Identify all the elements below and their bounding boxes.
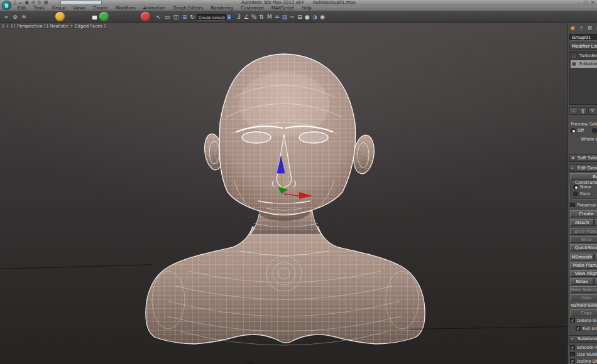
delete-isolated-checkbox[interactable] [570,318,575,323]
select-and-rotate-icon[interactable]: ↻ [189,13,196,21]
preserve-uvs-checkbox[interactable] [570,203,575,208]
attach-settings-button[interactable] [594,219,597,226]
preview-selection-label: Preview Selection [571,122,597,127]
tab-modify[interactable]: ◔ [578,24,584,31]
main-toolbar: ∞ ⊘ ≋ ↖ ▭ ◫ ⊞ ↻ Create Selection Set ▾ 3… [0,11,597,23]
overlay-yellow-circle-icon[interactable] [55,12,65,21]
rollout-edit-geometry[interactable]: Edit Geometry [569,164,597,172]
select-and-link-icon[interactable]: ∞ [3,13,10,21]
menu-help[interactable]: Help [298,6,315,11]
attach-button[interactable]: Attach [570,219,594,226]
slice-plane-button[interactable]: Slice Plane [570,228,597,235]
preview-off-radio[interactable] [571,128,576,133]
rollout-subdivision-surface[interactable]: Subdivision Surface [569,335,597,343]
curve-editor-icon[interactable]: ~ [288,13,296,21]
product-name: Autodesk 3ds Max 2013 x64 [241,0,304,5]
relax-settings-button[interactable] [594,278,597,285]
new-file-icon[interactable]: ▯ [14,0,16,6]
angle-snap-icon[interactable]: ∠ [243,13,250,21]
3ds-max-logo-icon[interactable]: s [2,1,11,10]
modifier-list-dropdown[interactable]: Modifier List [569,43,597,50]
spinner-snap-icon[interactable]: ⇅ [258,13,265,21]
make-unique-icon[interactable]: Y [588,107,596,115]
select-by-name-icon[interactable]: ⊞ [181,13,189,21]
material-editor-icon[interactable]: ● [304,13,311,21]
viewport-label[interactable]: [ + ] [ Perspective ] [ Realistic + Edge… [3,24,106,29]
constraint-face-radio[interactable] [573,191,578,196]
menu-graph-editors[interactable]: Graph Editors [169,6,207,11]
named-selection-set-field[interactable]: Create Selection Set [197,14,226,21]
menu-create[interactable]: Create [89,6,111,11]
minimize-button[interactable]: – [578,0,581,6]
copy-button[interactable]: Copy [570,309,597,316]
smooth-result-checkbox[interactable] [570,345,575,350]
constraint-none-label: None [580,185,597,190]
create-button[interactable]: Create [570,210,597,217]
stack-item-turbosmooth[interactable]: ○ TurboSmooth [571,52,597,60]
object-name-field[interactable]: Group01 [569,34,597,41]
menu-group[interactable]: Group [48,6,69,11]
rollout-soft-selection[interactable]: Soft Selection [569,154,597,162]
undo-icon[interactable]: ↺ [31,0,35,6]
menu-edit[interactable]: Edit [14,6,30,11]
pin-stack-icon[interactable]: - [569,107,578,115]
selection-set-dropdown-arrow-icon[interactable]: ▾ [226,14,232,21]
select-object-icon[interactable]: ↖ [155,13,162,21]
repeat-last-button[interactable]: Repeat Last [570,173,597,180]
menu-animation[interactable]: Animation [140,6,170,11]
quick-access-toolbar: ▯ ▱ ▣ ↺ ↻ ▤ [14,0,48,6]
save-file-icon[interactable]: ▣ [25,0,29,6]
overlay-red-circle-icon[interactable] [141,12,150,21]
relax-button[interactable]: Relax [570,278,594,285]
perspective-viewport[interactable]: [ + ] [ Perspective ] [ Realistic + Edge… [0,23,567,364]
maximize-button[interactable]: □ [584,0,588,6]
full-interactivity-checkbox[interactable] [576,326,581,331]
constraint-none-radio[interactable] [573,185,578,190]
render-setup-icon[interactable]: ◑ [311,13,319,21]
schematic-view-icon[interactable]: ⊟ [296,13,304,21]
rectangular-selection-icon[interactable]: ▭ [163,13,171,21]
stack-item-editable-poly[interactable]: ▦ Editable Poly [571,60,597,68]
msmooth-settings-button[interactable] [594,254,597,260]
isoline-display-label: Isoline Display [577,359,597,364]
close-button[interactable]: × [591,0,594,6]
view-align-button[interactable]: View Align [570,270,597,277]
3ds-max-window: Autodesk 3ds Max 2013 x64 AutoBackup01.m… [0,0,597,364]
align-icon[interactable]: ≡ [273,13,281,21]
redo-icon[interactable]: ↻ [38,0,41,6]
menu-views[interactable]: Views [69,6,89,11]
quickslice-button[interactable]: QuickSlice [570,244,597,251]
snap-toggle-3d-icon[interactable]: 3 [235,13,243,21]
isoline-display-checkbox[interactable] [570,359,575,364]
percent-snap-icon[interactable]: % [250,13,258,21]
use-nurms-checkbox[interactable] [570,352,575,357]
preview-subobj-radio[interactable] [592,128,597,133]
show-end-result-icon[interactable]: ‖ [579,107,587,115]
wireframe-head-model[interactable] [0,23,567,364]
msmooth-button[interactable]: MSmooth [570,254,594,260]
menu-customize[interactable]: Customize [237,6,268,11]
stack-toolbar: - ‖ Y x ≡ [569,107,597,115]
slice-button[interactable]: Slice [570,236,597,243]
hide-selected-button[interactable]: Hide Selected [570,286,597,293]
open-file-icon[interactable]: ▱ [19,0,22,6]
bind-to-spacewarp-icon[interactable]: ≋ [20,13,28,21]
menu-modifiers[interactable]: Modifiers [112,6,140,11]
workspace-selector[interactable] [60,1,102,5]
window-crossing-icon[interactable]: ◫ [172,13,180,21]
modifier-visibility-icon[interactable]: ○ [572,52,578,60]
menu-rendering[interactable]: Rendering [207,6,237,11]
mirror-icon[interactable]: M [266,13,273,21]
project-folder-icon[interactable]: ▤ [44,0,48,6]
menu-maxscript[interactable]: MAXScript [268,6,298,11]
render-production-icon[interactable]: ◉ [319,13,326,21]
make-planar-button[interactable]: Make Planar [570,262,597,269]
menu-tools[interactable]: Tools [30,6,48,11]
overlay-green-circle-icon[interactable] [99,12,109,21]
selection-filter-icon[interactable] [92,15,97,20]
tab-hierarchy[interactable]: ⊞ [586,24,593,31]
hide-unselected-button[interactable]: Hide Unselected [570,294,597,301]
layer-manager-icon[interactable]: ▤ [281,13,288,21]
tab-create[interactable]: ● [569,24,576,31]
unlink-selection-icon[interactable]: ⊘ [11,13,19,21]
